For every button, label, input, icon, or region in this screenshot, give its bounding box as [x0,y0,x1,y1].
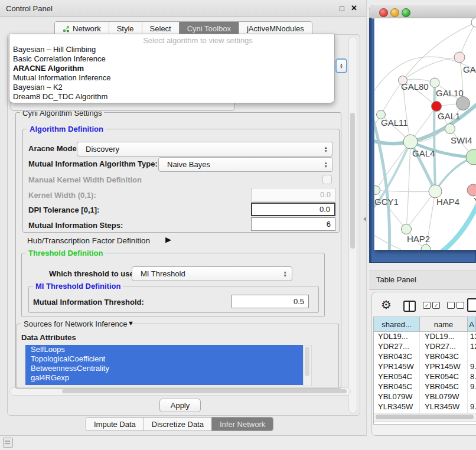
table-cell[interactable]: YER054C [420,372,468,382]
table-cell[interactable]: YBR045C [420,382,468,392]
dropdown-item-bayesian-k2[interactable]: Bayesian – K2 [13,83,63,92]
dpi-tolerance-field[interactable]: 0.0 [251,203,335,216]
table-cell[interactable]: YBR043C [420,352,468,362]
network-node[interactable] [467,184,476,196]
column-header-name[interactable]: name [420,317,468,332]
column-header-a[interactable]: A [468,317,476,332]
table-cell[interactable]: YLR345W [374,402,420,412]
float-window-icon[interactable]: □ [340,4,344,13]
table-cell[interactable]: YBL079W [420,392,468,402]
attributes-list-scrollbar[interactable] [303,345,312,386]
table-header-row: shared...nameA [374,317,476,332]
network-node[interactable] [421,244,431,250]
table-cell[interactable]: YBR045C [374,382,420,392]
attribute-item-betweennesscentrality[interactable]: BetweennessCentrality [25,364,303,373]
network-edge [374,107,390,250]
dropdown-item-bayesian-hill-climbing[interactable]: Bayesian – Hill Climbing [13,45,96,54]
bottom-tab-impute-data[interactable]: Impute Data [86,418,144,431]
network-node[interactable] [429,185,442,198]
table-cell[interactable]: YDL19... [420,332,468,342]
table-cell[interactable]: YER054C [374,372,420,382]
mi-type-combo[interactable]: Naive Bayes ▲▼ [158,157,333,172]
mi-threshold-field[interactable]: 0.5 [232,295,309,308]
bottom-tab-discretize-data[interactable]: Discretize Data [144,418,211,431]
dropdown-item-aracne-algorithm[interactable]: ARACNE Algorithm [13,64,84,73]
table-horizontal-scrollbar-thumb[interactable] [376,415,474,419]
network-node[interactable] [402,224,412,234]
table-row[interactable]: YBL079WYBL079W [374,392,476,402]
panel-horizontal-scrollbar-thumb[interactable] [62,389,347,393]
table-cell[interactable]: YLR345W [420,402,468,412]
table-cell[interactable]: 13 [468,332,476,342]
attribute-item-topologicalcoefficient[interactable]: TopologicalCoefficient [25,354,303,364]
network-node[interactable] [374,186,380,195]
network-node[interactable] [432,102,442,112]
table-row[interactable]: YER054CYER054C8. [374,372,476,382]
network-node[interactable] [457,97,470,110]
table-row[interactable]: YDR27...YDR27...12 [374,342,476,352]
table-row[interactable]: YPR145WYPR145W9. [374,362,476,372]
network-node[interactable] [430,78,439,87]
network-canvas[interactable]: GALGAL80GAL10GAL1GAL11SWI4GAL4GCY1HAP4YH… [374,18,476,250]
table-cell[interactable]: 9. [468,402,476,412]
gear-icon[interactable]: ⚙ [381,298,392,312]
table-cell[interactable]: YPR145W [374,362,420,372]
table-cell[interactable]: YDR27... [374,342,420,352]
sources-collapse-icon[interactable]: ▼ [128,319,134,327]
network-node[interactable] [454,52,465,63]
table-cell[interactable] [468,352,476,362]
table-row[interactable]: YDL19...YDL19...13 [374,332,476,342]
panel-vertical-scrollbar-thumb[interactable] [350,113,355,249]
bottom-tab-infer-network[interactable]: Infer Network [211,418,273,431]
table-cell[interactable]: 9. [468,382,476,392]
table-cell[interactable]: 12 [468,342,476,352]
table-cell[interactable]: YDL19... [374,332,420,342]
attribute-item-gal4rgexp[interactable]: gal4RGexp [25,373,303,383]
which-threshold-combo[interactable]: MI Threshold ▲▼ [132,266,292,281]
table-row[interactable]: YBR043CYBR043C [374,352,476,362]
table-row[interactable]: YLR345WYLR345W9. [374,402,476,412]
dropdown-item-mutual-information-inference[interactable]: Mutual Information Inference [13,73,110,82]
panel-horizontal-scrollbar[interactable] [9,387,351,396]
column-header-shared[interactable]: shared... [374,317,420,332]
hub-definition-label[interactable]: Hub/Transcription Factor Definition [27,236,150,245]
table-horizontal-scrollbar[interactable] [374,413,476,422]
hub-expand-icon[interactable]: ▶ [165,235,171,244]
algorithm-combo-placeholder: Select algorithm to view settings [9,36,334,45]
table-row[interactable]: YBR045CYBR045C9. [374,382,476,392]
collapsed-panel-icon[interactable] [3,438,13,448]
table-cell[interactable]: 9. [468,362,476,372]
select-all-columns-icon[interactable]: ✓✓ [423,302,440,309]
zoom-traffic-light-icon[interactable] [402,8,410,17]
table-cell[interactable] [468,392,476,402]
deselect-all-columns-icon[interactable] [447,302,464,309]
dropdown-item-dream8-dc-tdc-algorithm[interactable]: Dream8 DC_TDC Algorithm [13,92,107,101]
apply-button[interactable]: Apply [159,399,201,412]
table-cell[interactable]: 8. [468,372,476,382]
attributes-list-scrollbar-thumb[interactable] [305,347,309,376]
minimize-traffic-light-icon[interactable] [390,8,399,17]
network-node[interactable] [466,149,476,165]
table-cell[interactable]: YBR043C [374,352,420,362]
table-cell[interactable]: YPR145W [420,362,468,372]
sources-title[interactable]: Sources for Network Inference [21,319,130,328]
close-traffic-light-icon[interactable] [379,8,388,17]
close-window-icon[interactable]: ✕ [351,4,357,12]
document-icon[interactable] [467,298,476,312]
splitter-collapse-icon[interactable] [363,217,366,221]
column-layout-icon[interactable] [403,301,416,312]
algorithm-combo-arrow-button[interactable]: ▲▼ [335,58,347,73]
kernel-width-field[interactable]: 0.0 [251,188,335,201]
dropdown-item-basic-correlation-inference[interactable]: Basic Correlation Inference [13,54,106,63]
table-cell[interactable]: YDR27... [420,342,468,352]
network-node[interactable] [471,18,476,27]
attribute-item-selfloops[interactable]: SelfLoops [25,345,303,354]
data-attributes-list[interactable]: SelfLoopsTopologicalCoefficientBetweenne… [25,345,303,385]
table-cell[interactable]: YBL079W [374,392,420,402]
aracne-mode-combo[interactable]: Discovery ▲▼ [77,142,333,156]
mi-steps-field[interactable]: 6 [251,217,335,231]
network-node[interactable] [445,124,455,134]
network-node[interactable] [403,135,418,149]
manual-kernel-checkbox[interactable] [322,175,332,184]
panel-vertical-scrollbar[interactable] [348,37,357,413]
